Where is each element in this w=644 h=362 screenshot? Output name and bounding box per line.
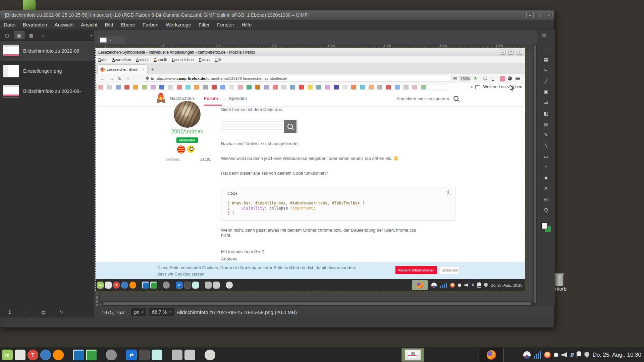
dock-footer-buttons: ↥−▤↻ [0, 306, 94, 317]
dock-tab-images-icon[interactable]: ▣ [14, 31, 24, 39]
bluetooth-icon[interactable]: B [570, 352, 574, 358]
taskbar-settings-daemon-icon[interactable] [205, 350, 215, 360]
bookmarks-toolbar: » Weitere Lesezeichen [96, 83, 525, 92]
gimp-titlebar[interactable]: *[Bildschirmfoto zu 2022-08-25 10-25-58]… [0, 10, 554, 20]
network-signal-icon[interactable] [534, 351, 541, 359]
tool-color-picker-icon[interactable]: ◎ [542, 195, 550, 202]
tool-flip-icon[interactable]: ⇄ [542, 99, 550, 106]
tool-pencil-icon[interactable]: ✎ [542, 131, 550, 138]
taskbar-show-desktop-icon[interactable] [15, 350, 25, 360]
screenshot-taskbar: mT⇄ B Do, 25. Aug., 10:25 [96, 279, 525, 291]
tool-paintbrush-icon[interactable]: ╲ [542, 142, 550, 149]
tool-scissors-select-icon[interactable]: ✂ [542, 67, 550, 74]
print-icon[interactable]: ▤ [41, 309, 46, 315]
username: 2002Andreas [154, 129, 221, 135]
gimp-menu-fenster[interactable]: Fenster [217, 22, 234, 27]
canvas-image-tab[interactable]: × [98, 36, 124, 44]
dock-image-item[interactable]: Einstellungen.png [0, 61, 94, 81]
tool-airbrush-icon[interactable]: ○ [542, 163, 550, 170]
gimp-menu-werkzeuge[interactable]: Werkzeuge [166, 22, 191, 27]
shot-system-tray: B Do, 25. Aug., 10:25 [431, 279, 522, 291]
gimp-menu-bild[interactable]: Bild [105, 22, 113, 27]
bluetooth-icon: B [471, 283, 474, 287]
taskbar-firefox-icon[interactable] [53, 350, 64, 360]
tray-app-icon[interactable] [523, 351, 531, 359]
gimp-menu-bearbeiten[interactable]: Bearbeiten [23, 22, 47, 27]
gimp-menu-datei[interactable]: Datei [4, 22, 15, 27]
taskbar-screenshot-tool-icon[interactable] [184, 350, 195, 360]
tool-text-icon[interactable]: A [542, 185, 550, 192]
foreground-color-swatch[interactable] [541, 223, 548, 229]
statusbar-filename: Bildschirmfoto zu 2022-08-25 10-25-58.pn… [176, 309, 297, 315]
gimp-menu-ebene[interactable]: Ebene [121, 22, 135, 27]
more-bookmarks-label: Weitere Lesezeichen [483, 84, 522, 89]
dock-collapse-icon[interactable]: ◄ [90, 34, 93, 37]
tool-bucket-fill-icon[interactable]: ◧ [542, 110, 550, 117]
dock-tab-easel-icon[interactable]: ⌂ [38, 31, 49, 39]
redshift-icon[interactable] [544, 352, 551, 358]
taskbar-thunderbird-icon[interactable] [40, 350, 51, 360]
gimp-window-controls: – □ × [526, 12, 552, 18]
ruler-top-label-750: 750 [272, 44, 277, 48]
image-tab-close-icon[interactable]: × [109, 38, 111, 42]
tool-alignment-icon[interactable]: ▦ [542, 56, 550, 63]
shield-icon[interactable] [584, 352, 589, 358]
taskbar-app-red-icon[interactable]: T [28, 350, 38, 360]
taskbar-xsane-scanner-icon[interactable] [139, 350, 150, 360]
color-swatches[interactable] [541, 223, 551, 233]
firefox-window-button[interactable] [479, 348, 504, 362]
remove-icon[interactable]: − [25, 309, 28, 315]
gimp-bottom-strip: ↥−▤↻ 1875, 163 px▾ 66.7 %▾ Bildschirmfot… [0, 306, 554, 317]
zoom-dropdown[interactable]: 66.7 %▾ [149, 308, 174, 316]
trash-icon[interactable] [555, 274, 564, 286]
unit-dropdown[interactable]: px▾ [131, 308, 146, 316]
taskbar-printer-icon[interactable] [172, 350, 182, 360]
horizontal-scrollbar[interactable] [102, 301, 533, 306]
copy-code-icon [447, 191, 451, 195]
battery-icon[interactable] [577, 352, 581, 358]
tool-ink-icon[interactable]: ◆ [542, 174, 550, 181]
vertical-scrollbar[interactable] [533, 44, 537, 306]
minimize-button[interactable]: – [526, 12, 534, 18]
dock-image-item[interactable]: Bildschirmfoto zu 2022-08- [0, 41, 94, 61]
taskbar-mint-menu-icon[interactable]: m [2, 350, 13, 360]
ruler-top-label-500: 500 [216, 44, 221, 48]
gimp-menu-auswahl[interactable]: Auswahl [55, 22, 74, 27]
firefox-navigation-bar: ← → ↻ ⌂ https://www.camp-firefox.de/foru… [96, 74, 525, 84]
tool-eraser-icon[interactable]: ▭ [542, 153, 550, 160]
screenshot-image-firefox-window[interactable]: Lesezeichen-Symbolleiste - Individuelle … [96, 48, 525, 291]
shot-taskbar-notes-icon [192, 282, 199, 288]
tool-move-icon[interactable]: + [542, 45, 550, 52]
extension-icon [508, 76, 512, 80]
tool-measure-icon[interactable]: ╱ [542, 77, 550, 84]
volume-icon[interactable] [561, 352, 567, 357]
dock-tab-selection-icon[interactable]: ▩ [26, 31, 37, 39]
gimp-menu-farben[interactable]: Farben [143, 22, 159, 27]
chevron-down-icon: ⌄ [219, 97, 222, 100]
firefox-favicon [100, 67, 105, 72]
taskbar-teamviewer-icon[interactable]: ⇄ [126, 350, 137, 360]
taskbar-libreoffice-writer-icon[interactable] [73, 350, 84, 360]
dock-image-item[interactable]: Bildschirmfoto zu 2022-08- [0, 81, 94, 101]
tool-zoom-icon[interactable]: Q [542, 206, 550, 213]
gimp-menu-filter[interactable]: Filter [199, 22, 210, 27]
gimp-left-dock: ▢ ▣ ▩ ⌂ ◄ Bildschirmfoto zu 2022-08-Eins… [0, 30, 95, 316]
tool-gradient-icon[interactable]: ▥ [542, 120, 550, 127]
tool-crop-icon[interactable]: ▣ [542, 88, 550, 95]
taskbar-libreoffice-calc-icon[interactable] [86, 350, 97, 360]
maximize-button[interactable]: □ [536, 12, 543, 18]
close-button[interactable]: × [545, 12, 552, 18]
dock-tab-document-icon[interactable]: ▢ [2, 31, 12, 39]
gimp-menu-hilfe[interactable]: Hilfe [241, 22, 252, 27]
taskbar-gimp-icon[interactable] [106, 350, 117, 360]
volume-icon [464, 283, 468, 287]
tray-dot-icon[interactable] [554, 353, 558, 357]
more-bookmarks: » Weitere Lesezeichen [471, 84, 522, 89]
raise-images-icon[interactable]: ↥ [8, 309, 12, 315]
nav-spenden: Spenden [229, 96, 247, 101]
gimp-menu-ansicht[interactable]: Ansicht [81, 22, 97, 27]
taskbar-notes-icon[interactable] [152, 350, 162, 360]
gimp-window-button[interactable] [401, 348, 424, 362]
shot-taskbar-xsane-scanner-icon [184, 282, 191, 288]
refresh-icon[interactable]: ↻ [59, 309, 63, 315]
